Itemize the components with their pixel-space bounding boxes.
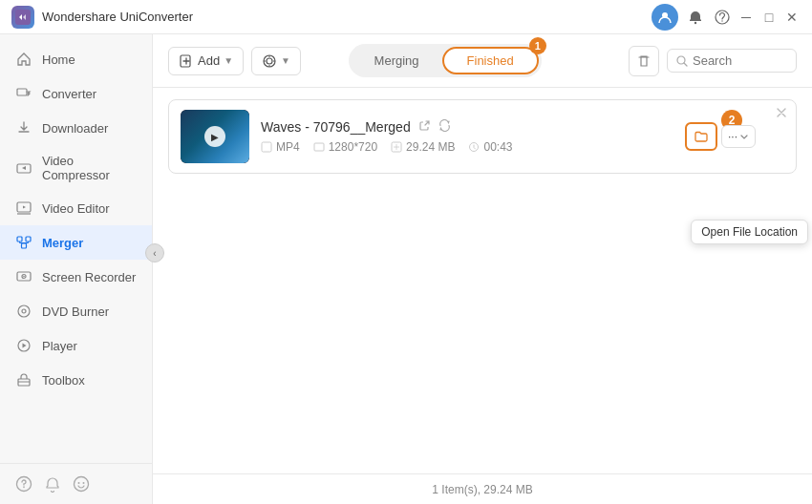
- app-logo: [11, 6, 34, 29]
- svg-rect-8: [26, 237, 31, 242]
- video-compressor-icon: [15, 159, 32, 177]
- close-button[interactable]: ✕: [783, 9, 801, 26]
- sidebar: Home Converter Downloa: [0, 34, 153, 504]
- sidebar-label-screen-recorder: Screen Recorder: [42, 270, 136, 284]
- sidebar-item-video-compressor[interactable]: Video Compressor: [0, 145, 152, 191]
- file-resolution: 1280*720: [313, 140, 377, 154]
- minimize-button[interactable]: ─: [737, 9, 755, 26]
- tab-finished-wrapper: Finished 1: [442, 47, 539, 74]
- sidebar-label-video-editor: Video Editor: [42, 201, 110, 216]
- screen-recorder-icon: [15, 268, 32, 285]
- file-duration: 00:43: [468, 140, 512, 154]
- notification-icon[interactable]: [684, 6, 707, 29]
- sidebar-label-player: Player: [42, 339, 77, 353]
- file-format: MP4: [261, 140, 300, 154]
- status-text: 1 Item(s), 29.24 MB: [432, 483, 532, 496]
- sidebar-label-downloader: Downloader: [42, 121, 108, 136]
- close-icon: [775, 106, 788, 119]
- toolbox-icon: [15, 371, 32, 388]
- maximize-button[interactable]: □: [760, 9, 778, 26]
- open-file-location-button[interactable]: [685, 122, 717, 151]
- sidebar-item-player[interactable]: Player: [0, 328, 152, 363]
- search-icon: [675, 54, 689, 68]
- svg-rect-9: [22, 243, 27, 248]
- format-icon: [261, 141, 272, 153]
- user-avatar-icon[interactable]: [652, 4, 678, 31]
- sidebar-collapse-button[interactable]: ‹: [145, 243, 164, 262]
- sidebar-footer: [0, 463, 152, 504]
- downloader-icon: [15, 119, 32, 136]
- add-file-icon: [179, 53, 194, 69]
- more-options-icon: ···: [728, 130, 737, 143]
- app-title: Wondershare UniConverter: [42, 10, 652, 24]
- tab-group: Merging Finished 1: [349, 44, 542, 77]
- toolbar: Add ▼ ▼ Merging Finished 1: [153, 34, 812, 88]
- folder-icon: [694, 129, 709, 144]
- notification-bell-icon[interactable]: [44, 475, 61, 493]
- size-icon: [391, 141, 402, 153]
- resolution-icon: [313, 141, 325, 153]
- sidebar-label-merger: Merger: [42, 236, 83, 250]
- svg-rect-7: [17, 237, 22, 242]
- window-controls: ─ □ ✕: [737, 9, 801, 26]
- more-dropdown-icon: [739, 132, 749, 141]
- svg-point-12: [23, 276, 25, 278]
- help-icon[interactable]: [15, 475, 32, 493]
- video-editor-icon: [15, 200, 32, 217]
- svg-point-20: [83, 482, 85, 484]
- refresh-icon[interactable]: [438, 119, 451, 135]
- svg-point-2: [694, 21, 696, 23]
- external-link-icon[interactable]: [418, 119, 431, 135]
- sidebar-item-toolbox[interactable]: Toolbox: [0, 363, 152, 397]
- main-layout: Home Converter Downloa: [0, 34, 812, 504]
- svg-point-3: [721, 20, 722, 21]
- tab-merging[interactable]: Merging: [352, 49, 442, 73]
- sidebar-nav: Home Converter Downloa: [0, 34, 152, 463]
- file-close-button[interactable]: [775, 106, 788, 122]
- tooltip-open-file-location: Open File Location: [691, 220, 808, 244]
- sidebar-label-dvd-burner: DVD Burner: [42, 304, 109, 319]
- sidebar-label-converter: Converter: [42, 87, 96, 101]
- sidebar-item-video-editor[interactable]: Video Editor: [0, 191, 152, 225]
- merger-icon: [15, 234, 32, 251]
- add-file-label: Add: [198, 53, 220, 68]
- titlebar: Wondershare UniConverter ─ □ ✕: [0, 0, 812, 34]
- add-video-button[interactable]: ▼: [251, 47, 301, 75]
- sidebar-item-converter[interactable]: Converter: [0, 76, 152, 111]
- sidebar-label-home: Home: [42, 52, 75, 67]
- file-thumbnail[interactable]: ▶: [181, 110, 249, 163]
- home-icon: [15, 51, 32, 68]
- converter-icon: [15, 85, 32, 102]
- add-file-button[interactable]: Add ▼: [168, 47, 244, 75]
- dvd-burner-icon: [15, 303, 32, 320]
- more-options-button[interactable]: ···: [721, 125, 756, 148]
- svg-point-14: [22, 309, 26, 313]
- tab-finished[interactable]: Finished: [442, 47, 539, 74]
- play-button[interactable]: ▶: [204, 126, 225, 147]
- svg-point-13: [18, 305, 30, 317]
- svg-rect-4: [17, 89, 27, 95]
- duration-icon: [468, 141, 480, 153]
- search-input[interactable]: [693, 53, 788, 68]
- sidebar-item-merger[interactable]: Merger: [0, 225, 152, 260]
- file-card: ▶ Waves - 70796__Merged: [168, 99, 797, 174]
- file-size: 29.24 MB: [391, 140, 455, 154]
- add-video-arrow-icon: ▼: [281, 55, 290, 66]
- sidebar-item-screen-recorder[interactable]: Screen Recorder: [0, 260, 152, 294]
- delete-button[interactable]: [629, 46, 659, 76]
- svg-rect-24: [262, 142, 271, 152]
- sidebar-item-home[interactable]: Home: [0, 42, 152, 76]
- trash-icon: [636, 53, 652, 69]
- player-icon: [15, 337, 32, 354]
- feedback-icon[interactable]: [711, 6, 734, 29]
- add-file-arrow-icon: ▼: [224, 55, 233, 66]
- toolbar-right: [629, 46, 797, 76]
- sidebar-item-dvd-burner[interactable]: DVD Burner: [0, 294, 152, 328]
- svg-point-18: [75, 477, 89, 492]
- sidebar-item-downloader[interactable]: Downloader: [0, 111, 152, 145]
- tab-finished-badge: 1: [529, 37, 546, 54]
- file-name: Waves - 70796__Merged: [261, 119, 411, 135]
- svg-point-19: [78, 482, 80, 484]
- feedback-emoji-icon[interactable]: [73, 475, 90, 493]
- sidebar-label-toolbox: Toolbox: [42, 373, 85, 388]
